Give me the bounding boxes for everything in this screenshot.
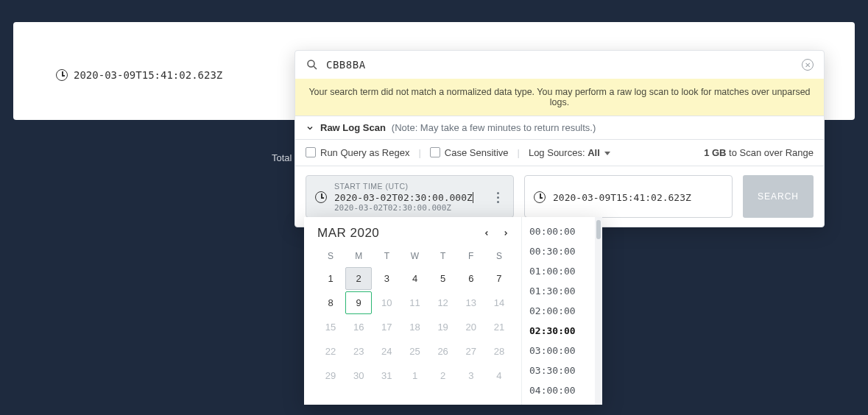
calendar-day: 19 — [430, 316, 456, 338]
calendar-day: 24 — [373, 340, 400, 363]
warning-bar: Your search term did not match a normali… — [295, 79, 824, 116]
calendar-dow: W — [401, 246, 428, 266]
log-sources-label: Log Sources: — [529, 147, 585, 158]
calendar-day: 22 — [317, 340, 344, 363]
time-option[interactable]: 01:30:00 — [522, 281, 595, 301]
calendar-day: 29 — [317, 364, 344, 387]
calendar-day[interactable]: 3 — [373, 267, 400, 290]
start-time-input[interactable]: START TIME (UTC) 2020-03-02T02:30:00.000… — [306, 175, 514, 218]
calendar-day: 2 — [430, 364, 456, 387]
calendar-day: 31 — [373, 364, 400, 387]
start-time-value: 2020-03-02T02:30:00.000Z — [334, 192, 484, 203]
chevron-down-icon — [306, 124, 314, 132]
clock-icon — [315, 191, 327, 203]
calendar-day: 30 — [345, 364, 372, 387]
calendar-day: 20 — [458, 316, 484, 338]
calendar-day: 21 — [486, 316, 512, 338]
calendar-day: 18 — [401, 316, 428, 338]
calendar-day: 3 — [458, 364, 484, 387]
calendar: MAR 2020 SMTWTFS123456789101112131415161… — [304, 217, 521, 405]
regex-checkbox[interactable]: Run Query as Regex — [306, 147, 409, 158]
calendar-day: 4 — [486, 364, 512, 387]
calendar-grid: SMTWTFS123456789101112131415161718192021… — [317, 246, 512, 387]
calendar-dow: M — [345, 246, 372, 266]
calendar-day: 13 — [458, 291, 484, 314]
calendar-day: 23 — [345, 340, 372, 363]
calendar-day[interactable]: 1 — [317, 267, 344, 290]
svg-line-1 — [314, 66, 317, 69]
raw-log-scan-note: (Note: May take a few minutes to return … — [392, 122, 596, 133]
search-input[interactable] — [326, 59, 794, 71]
calendar-day[interactable]: 6 — [458, 267, 484, 290]
svg-point-0 — [308, 60, 314, 67]
calendar-day: 15 — [317, 316, 344, 338]
time-option[interactable]: 02:00:00 — [522, 301, 595, 321]
calendar-day: 12 — [430, 291, 456, 314]
scan-amount: 1 GB — [704, 147, 726, 158]
calendar-day: 25 — [401, 340, 428, 363]
scan-suffix: to Scan over Range — [729, 147, 814, 158]
start-time-title: START TIME (UTC) — [334, 182, 484, 191]
calendar-day: 27 — [458, 340, 484, 363]
calendar-day: 16 — [345, 316, 372, 338]
calendar-day[interactable]: 5 — [430, 267, 456, 290]
search-button[interactable]: SEARCH — [743, 175, 814, 218]
calendar-title: MAR 2020 — [317, 226, 379, 241]
calendar-day: 17 — [373, 316, 400, 338]
calendar-day: 11 — [401, 291, 428, 314]
raw-log-scan-label: Raw Log Scan — [320, 122, 386, 133]
raw-log-scan-toggle[interactable]: Raw Log Scan (Note: May take a few minut… — [295, 116, 824, 140]
clock-icon — [56, 69, 68, 81]
scan-size: 1 GB to Scan over Range — [704, 147, 814, 158]
calendar-dow: S — [486, 246, 512, 266]
search-icon — [306, 58, 319, 71]
search-panel: ✕ Your search term did not match a norma… — [294, 50, 825, 227]
next-month-button[interactable] — [499, 227, 512, 240]
scrollbar-thumb[interactable] — [596, 220, 601, 239]
datetime-picker: MAR 2020 SMTWTFS123456789101112131415161… — [304, 217, 602, 405]
calendar-dow: S — [317, 246, 344, 266]
caret-down-icon — [604, 152, 610, 155]
calendar-day[interactable]: 4 — [401, 267, 428, 290]
calendar-day: 14 — [486, 291, 512, 314]
time-option[interactable]: 02:30:00 — [522, 321, 595, 341]
calendar-day: 26 — [430, 340, 456, 363]
calendar-day[interactable]: 2 — [345, 267, 372, 290]
clock-icon — [534, 191, 546, 203]
page-timestamp-value: 2020-03-09T15:41:02.623Z — [74, 69, 222, 81]
time-option[interactable]: 00:00:00 — [522, 221, 595, 241]
calendar-dow: T — [430, 246, 456, 266]
options-row: Run Query as Regex | Case Sensitive | Lo… — [295, 140, 824, 166]
log-sources-dropdown[interactable]: Log Sources: All — [529, 147, 610, 158]
calendar-day[interactable]: 9 — [345, 291, 372, 314]
time-option[interactable]: 03:30:00 — [522, 361, 595, 380]
time-option[interactable]: 03:00:00 — [522, 341, 595, 361]
prev-month-button[interactable] — [480, 227, 493, 240]
calendar-day: 1 — [401, 364, 428, 387]
end-time-value: 2020-03-09T15:41:02.623Z — [553, 192, 723, 203]
clear-icon[interactable]: ✕ — [802, 59, 814, 71]
end-time-input[interactable]: 2020-03-09T15:41:02.623Z — [524, 175, 733, 218]
page-timestamp: 2020-03-09T15:41:02.623Z — [56, 69, 222, 81]
time-option[interactable]: 00:30:00 — [522, 241, 595, 261]
case-sensitive-checkbox[interactable]: Case Sensitive — [430, 147, 509, 158]
regex-label: Run Query as Regex — [320, 147, 409, 158]
calendar-day: 28 — [486, 340, 512, 363]
time-option[interactable]: 04:00:00 — [522, 380, 595, 400]
time-list-panel: 00:00:0000:30:0001:00:0001:30:0002:00:00… — [521, 217, 602, 405]
calendar-day[interactable]: 8 — [317, 291, 344, 314]
time-option[interactable]: 01:00:00 — [522, 261, 595, 281]
kebab-icon[interactable] — [491, 192, 504, 203]
calendar-dow: T — [373, 246, 400, 266]
case-label: Case Sensitive — [445, 147, 509, 158]
log-sources-value: All — [588, 147, 600, 158]
start-time-sub: 2020-03-02T02:30:00.000Z — [334, 203, 484, 213]
calendar-day: 10 — [373, 291, 400, 314]
scrollbar[interactable] — [595, 217, 602, 405]
time-list[interactable]: 00:00:0000:30:0001:00:0001:30:0002:00:00… — [522, 217, 595, 405]
calendar-dow: F — [458, 246, 484, 266]
search-row: ✕ — [295, 51, 824, 79]
calendar-day[interactable]: 7 — [486, 267, 512, 290]
